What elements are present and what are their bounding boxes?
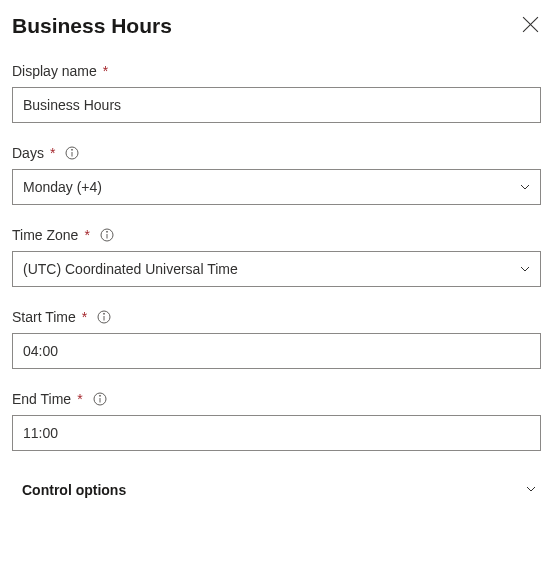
end-time-input[interactable] [12, 415, 541, 451]
panel-title: Business Hours [12, 14, 172, 38]
info-icon[interactable] [100, 228, 114, 242]
required-indicator: * [77, 391, 82, 407]
required-indicator: * [103, 63, 108, 79]
days-value: Monday (+4) [23, 179, 102, 195]
svg-point-13 [99, 395, 100, 396]
info-icon[interactable] [93, 392, 107, 406]
close-button[interactable] [520, 14, 541, 39]
display-name-input[interactable] [12, 87, 541, 123]
control-options-toggle[interactable]: Control options [12, 473, 541, 503]
control-options-label: Control options [22, 482, 126, 498]
svg-point-10 [104, 313, 105, 314]
info-icon[interactable] [65, 146, 79, 160]
info-icon[interactable] [97, 310, 111, 324]
timezone-select[interactable]: (UTC) Coordinated Universal Time [12, 251, 541, 287]
end-time-label: End Time [12, 391, 71, 407]
days-label: Days [12, 145, 44, 161]
chevron-down-icon [525, 481, 537, 499]
svg-point-7 [106, 231, 107, 232]
display-name-label: Display name [12, 63, 97, 79]
required-indicator: * [84, 227, 89, 243]
start-time-input[interactable] [12, 333, 541, 369]
required-indicator: * [82, 309, 87, 325]
required-indicator: * [50, 145, 55, 161]
svg-point-4 [72, 149, 73, 150]
timezone-label: Time Zone [12, 227, 78, 243]
start-time-label: Start Time [12, 309, 76, 325]
close-icon [522, 16, 539, 37]
days-select[interactable]: Monday (+4) [12, 169, 541, 205]
timezone-value: (UTC) Coordinated Universal Time [23, 261, 238, 277]
